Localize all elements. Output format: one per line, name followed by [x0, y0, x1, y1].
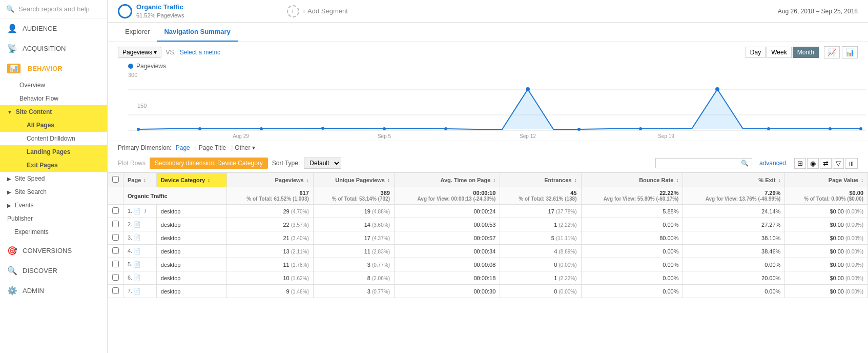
sidebar-item-behavior[interactable]: 📊 BEHAVIOR: [0, 58, 107, 79]
sidebar-item-behavior-flow[interactable]: Behavior Flow: [0, 92, 107, 105]
th-bounce-rate[interactable]: Bounce Rate ↕: [581, 173, 683, 187]
row-checkbox-2[interactable]: [112, 221, 119, 227]
sidebar-item-all-pages[interactable]: All Pages: [0, 119, 107, 132]
add-segment-button[interactable]: + + Add Segment: [287, 5, 348, 17]
svg-point-11: [526, 87, 530, 91]
table-search-icon[interactable]: 🔍: [741, 160, 749, 167]
legend-dot: [128, 64, 133, 69]
row-time-6: 00:00:18: [394, 271, 500, 285]
secondary-dimension-button[interactable]: Secondary dimension: Device Category: [150, 158, 268, 169]
th-page-value[interactable]: Page Value ↕: [785, 173, 868, 187]
select-all-checkbox[interactable]: [112, 176, 119, 183]
acquisition-icon: 📡: [7, 44, 17, 53]
table-filter-view-button[interactable]: ▽: [833, 158, 844, 169]
month-button[interactable]: Month: [793, 47, 819, 58]
row-bounce-2: 0.00%: [581, 218, 683, 231]
tab-explorer[interactable]: Explorer: [118, 23, 157, 42]
table-compare-view-button[interactable]: ⇄: [820, 158, 832, 169]
chart-controls: Pageviews ▾ VS. Select a metric Day Week…: [108, 42, 868, 63]
sidebar-item-events[interactable]: ▶ Events: [0, 199, 107, 212]
th-avg-time[interactable]: Avg. Time on Page ↕: [394, 173, 500, 187]
sidebar-item-overview[interactable]: Overview: [0, 79, 107, 92]
table-search-input[interactable]: [659, 160, 741, 167]
svg-marker-4: [666, 89, 769, 129]
row-time-1: 00:00:24: [394, 205, 500, 218]
table-columns-button[interactable]: ⫼: [845, 158, 858, 169]
site-content-expand-icon: ▼: [7, 109, 14, 115]
dim-page-title[interactable]: Page Title: [199, 144, 226, 151]
total-bounce-rate-cell: 22.22% Avg for View: 55.80% (-60.17%): [581, 187, 683, 205]
sidebar-item-conversions[interactable]: 🎯 CONVERSIONS: [0, 241, 107, 261]
total-entrances-cell: 45 % of Total: 32.61% (138): [500, 187, 581, 205]
dim-page[interactable]: Page: [176, 144, 190, 151]
plot-rows-button[interactable]: Plot Rows: [118, 160, 146, 167]
audience-label: AUDIENCE: [23, 25, 57, 32]
row-bounce-5: 0.00%: [581, 258, 683, 271]
table-grid-view-button[interactable]: ⊞: [794, 158, 806, 169]
th-device-category[interactable]: Device Category ↕: [156, 173, 227, 187]
sidebar-item-content-drilldown[interactable]: Content Drilldown: [0, 132, 107, 145]
row-checkbox-1[interactable]: [112, 207, 119, 214]
sidebar-item-experiments[interactable]: Experiments: [0, 225, 107, 239]
select-metric-link[interactable]: Select a metric: [180, 49, 220, 56]
sort-type-select[interactable]: Default: [304, 158, 341, 169]
data-table: Page ↕ Device Category ↕ Pageviews ↓ Uni…: [108, 172, 868, 298]
day-button[interactable]: Day: [746, 47, 766, 58]
row-value-7: $0.00 (0.00%): [785, 285, 868, 298]
th-entrances[interactable]: Entrances ↕: [500, 173, 581, 187]
week-button[interactable]: Week: [767, 47, 791, 58]
svg-point-8: [321, 127, 324, 130]
th-pct-exit[interactable]: % Exit ↕: [683, 173, 785, 187]
sidebar-item-landing-pages[interactable]: Landing Pages: [0, 145, 107, 159]
sidebar-item-acquisition[interactable]: 📡 ACQUISITION: [0, 38, 107, 58]
th-pageviews[interactable]: Pageviews ↓: [227, 173, 313, 187]
sidebar-item-site-speed[interactable]: ▶ Site Speed: [0, 172, 107, 185]
th-unique-pageviews[interactable]: Unique Pageviews ↕: [313, 173, 394, 187]
table-pie-view-button[interactable]: ◉: [807, 158, 819, 169]
legend-label: Pageviews: [136, 63, 166, 70]
row-exit-1: 24.14%: [683, 205, 785, 218]
sidebar-item-admin[interactable]: ⚙️ ADMIN: [0, 281, 107, 301]
row-checkbox-7[interactable]: [112, 287, 119, 294]
row-checkbox-3[interactable]: [112, 234, 119, 241]
th-page[interactable]: Page ↕: [123, 173, 157, 187]
metric-dropdown[interactable]: Pageviews ▾: [118, 47, 161, 58]
table-row: 1. 📄 / desktop 29 (4.70%) 19 (4.88%) 00:…: [108, 205, 868, 218]
row-bounce-6: 0.00%: [581, 271, 683, 285]
sidebar-item-discover[interactable]: 🔍 DISCOVER: [0, 261, 107, 281]
dim-other-dropdown[interactable]: Other ▾: [235, 144, 255, 151]
page-icon-7: 📄: [134, 288, 141, 295]
svg-point-7: [260, 127, 263, 130]
row-value-5: $0.00 (0.00%): [785, 258, 868, 271]
row-exit-7: 0.00%: [683, 285, 785, 298]
acquisition-label: ACQUISITION: [23, 45, 66, 52]
row-checkbox-5[interactable]: [112, 261, 119, 267]
svg-text:Sep 19: Sep 19: [658, 133, 674, 139]
tabs-bar: Explorer Navigation Summary: [108, 23, 868, 42]
main-content: Organic Traffic 61.52% Pageviews + + Add…: [108, 0, 868, 353]
sort-type-label: Sort Type:: [272, 160, 300, 167]
chart-svg: Aug 29 Sep 5 Sep 12 Sep 19: [118, 79, 858, 141]
row-device-1: desktop: [156, 205, 227, 218]
tab-navigation-summary[interactable]: Navigation Summary: [157, 23, 237, 42]
y-label-150: 150: [127, 103, 147, 110]
row-checkbox-6[interactable]: [112, 274, 119, 281]
row-ent-3: 5 (11.11%): [500, 231, 581, 245]
table-view-icons: ⊞ ◉ ⇄ ▽ ⫼: [794, 158, 858, 169]
sidebar-item-publisher[interactable]: Publisher: [0, 212, 107, 225]
sidebar-search[interactable]: 🔍 Search reports and help: [0, 0, 107, 18]
svg-marker-3: [477, 89, 579, 129]
sidebar-item-exit-pages[interactable]: Exit Pages: [0, 159, 107, 172]
row-checkbox-4[interactable]: [112, 247, 119, 254]
line-chart-button[interactable]: 📈: [824, 46, 840, 58]
sidebar-item-audience[interactable]: 👤 AUDIENCE: [0, 18, 107, 38]
svg-point-15: [767, 127, 770, 130]
bar-chart-button[interactable]: 📊: [842, 46, 858, 58]
advanced-link[interactable]: advanced: [759, 160, 786, 167]
chart-area: Pageviews 300: [108, 63, 868, 141]
sidebar-item-site-content[interactable]: ▼ Site Content: [0, 105, 107, 119]
conversions-icon: 🎯: [7, 246, 17, 256]
row-page-1: 1. 📄 /: [123, 205, 157, 218]
row-time-3: 00:00:57: [394, 231, 500, 245]
sidebar-item-site-search[interactable]: ▶ Site Search: [0, 185, 107, 199]
